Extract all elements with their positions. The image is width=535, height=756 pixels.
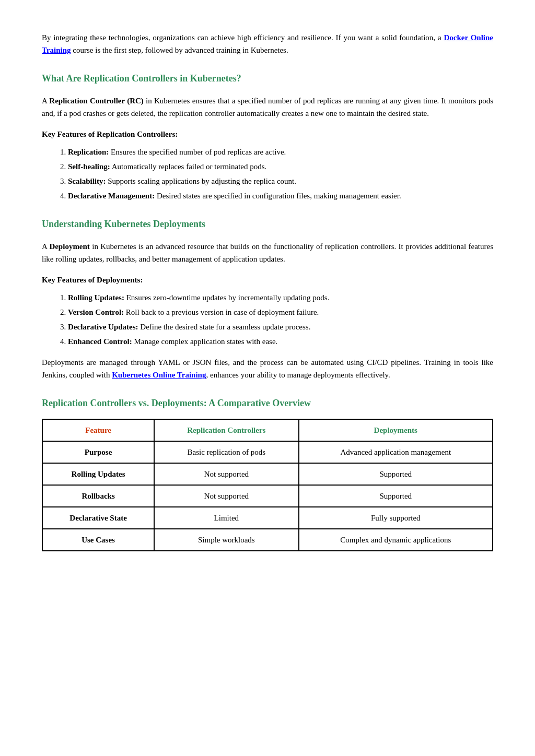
section2-closing-paragraph: Deployments are managed through YAML or … <box>42 356 493 381</box>
deployment-bold: Deployment <box>49 242 90 251</box>
row-dep-use-cases: Complex and dynamic applications <box>299 529 493 551</box>
row-feature-rolling-updates: Rolling Updates <box>42 463 154 485</box>
col-header-dep: Deployments <box>299 419 493 441</box>
col-header-rc: Replication Controllers <box>154 419 298 441</box>
table-header-row: Feature Replication Controllers Deployme… <box>42 419 493 441</box>
row-rc-purpose: Basic replication of pods <box>154 441 298 463</box>
section2-paragraph: A Deployment in Kubernetes is an advance… <box>42 240 493 265</box>
list-item: Replication: Ensures the specified numbe… <box>68 146 493 158</box>
section-replication-controllers: What Are Replication Controllers in Kube… <box>42 71 493 202</box>
intro-paragraph: By integrating these technologies, organ… <box>42 31 493 56</box>
list-item: Scalability: Supports scaling applicatio… <box>68 175 493 187</box>
row-feature-purpose: Purpose <box>42 441 154 463</box>
row-rc-declarative-state: Limited <box>154 507 298 529</box>
intro-text-after-link: course is the first step, followed by ad… <box>71 46 288 54</box>
rc-bold: Replication Controller (RC) <box>49 97 144 105</box>
section1-heading: What Are Replication Controllers in Kube… <box>42 71 493 86</box>
row-rc-rollbacks: Not supported <box>154 485 298 507</box>
row-feature-use-cases: Use Cases <box>42 529 154 551</box>
row-dep-rolling-updates: Supported <box>299 463 493 485</box>
section-comparative-overview: Replication Controllers vs. Deployments:… <box>42 396 493 552</box>
row-dep-declarative-state: Fully supported <box>299 507 493 529</box>
row-rc-rolling-updates: Not supported <box>154 463 298 485</box>
row-feature-declarative-state: Declarative State <box>42 507 154 529</box>
intro-text-before-link: By integrating these technologies, organ… <box>42 33 444 42</box>
list-item: Self-healing: Automatically replaces fai… <box>68 160 493 173</box>
table-row: Purpose Basic replication of pods Advanc… <box>42 441 493 463</box>
kubernetes-training-link[interactable]: Kubernetes Online Training <box>112 371 206 379</box>
row-rc-use-cases: Simple workloads <box>154 529 298 551</box>
section1-sub-heading: Key Features of Replication Controllers: <box>42 128 493 140</box>
table-row: Rollbacks Not supported Supported <box>42 485 493 507</box>
list-item: Declarative Management: Desired states a… <box>68 190 493 202</box>
row-dep-rollbacks: Supported <box>299 485 493 507</box>
section2-feature-list: Rolling Updates: Ensures zero-downtime u… <box>68 291 493 348</box>
col-header-feature: Feature <box>42 419 154 441</box>
row-dep-purpose: Advanced application management <box>299 441 493 463</box>
list-item: Version Control: Roll back to a previous… <box>68 306 493 318</box>
table-row: Declarative State Limited Fully supporte… <box>42 507 493 529</box>
list-item: Rolling Updates: Ensures zero-downtime u… <box>68 291 493 304</box>
comparison-table: Feature Replication Controllers Deployme… <box>42 419 493 551</box>
section2-heading: Understanding Kubernetes Deployments <box>42 217 493 232</box>
section2-sub-heading: Key Features of Deployments: <box>42 274 493 286</box>
table-row: Rolling Updates Not supported Supported <box>42 463 493 485</box>
section-deployments: Understanding Kubernetes Deployments A D… <box>42 217 493 381</box>
table-row: Use Cases Simple workloads Complex and d… <box>42 529 493 551</box>
section1-paragraph: A Replication Controller (RC) in Kuberne… <box>42 95 493 120</box>
list-item: Enhanced Control: Manage complex applica… <box>68 335 493 348</box>
section3-heading: Replication Controllers vs. Deployments:… <box>42 396 493 411</box>
list-item: Declarative Updates: Define the desired … <box>68 321 493 333</box>
closing-text-after-link: , enhances your ability to manage deploy… <box>206 371 390 379</box>
section1-feature-list: Replication: Ensures the specified numbe… <box>68 146 493 202</box>
row-feature-rollbacks: Rollbacks <box>42 485 154 507</box>
